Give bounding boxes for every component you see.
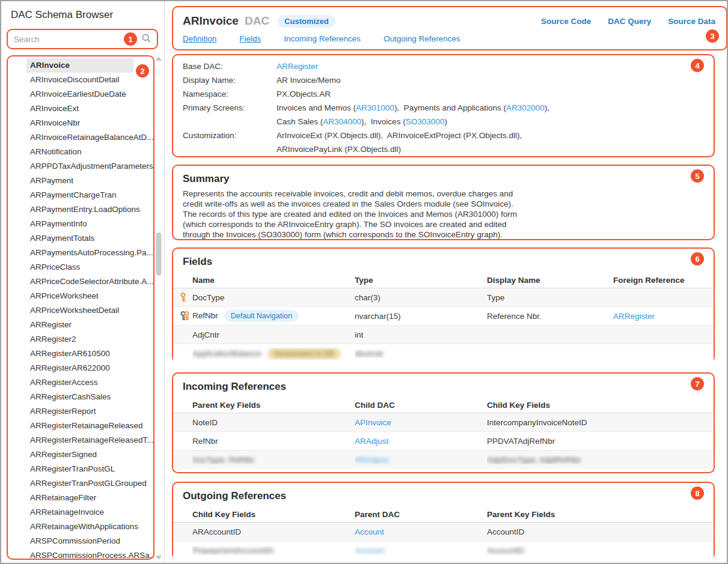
search-input[interactable] (14, 35, 124, 44)
sidebar-item-arinvoice[interactable]: ARInvoice (8, 58, 153, 73)
summary-text: Represents the accounts receivable invoi… (183, 189, 528, 240)
sidebar-item-arpriceworksheetdetail[interactable]: ARPriceWorksheetDetail (8, 303, 153, 318)
definition-rows: Base DAC:ARRegisterDisplay Name:AR Invoi… (173, 55, 714, 156)
cell-text: IntercompanyInvoiceNoteID (487, 418, 587, 427)
cell-text: nvarchar(15) (355, 312, 401, 321)
sidebar-item-label: ARInvoice (26, 58, 133, 73)
cell-text: PPDVATAdjRefNbr (487, 437, 555, 446)
cell-text: Type (487, 293, 504, 302)
header-link-source-data[interactable]: Source Data (668, 17, 715, 26)
link-ar301000[interactable]: AR301000 (356, 103, 394, 112)
definition-value: ArInvoiceExt (PX.Objects.dll), ARInvoice… (277, 129, 522, 156)
link-arregister[interactable]: ARRegister (277, 62, 318, 71)
search-icon[interactable] (141, 33, 151, 46)
sidebar-item-arinvoicediscountdetail[interactable]: ARInvoiceDiscountDetail (8, 73, 153, 87)
sidebar-item-arregisteraccess[interactable]: ARRegisterAccess (8, 375, 153, 390)
header-tabs: DefinitionFieldsIncoming ReferencesOutgo… (173, 34, 726, 43)
sidebar-item-arregister[interactable]: ARRegister (8, 318, 153, 332)
sidebar-item-arpricecodeselectorattribute-a[interactable]: ARPriceCodeSelectorAttribute.A... (8, 274, 153, 289)
sidebar-item-arpaymentchargetran[interactable]: ARPaymentChargeTran (8, 188, 153, 202)
table-cell: RefNbr (192, 437, 355, 446)
callout-2: 2 (136, 64, 149, 77)
table-cell: DocType, RefNbr (192, 455, 355, 464)
callout-8: 8 (691, 487, 704, 500)
sidebar-item-arretainagefilter[interactable]: ARRetainageFilter (8, 491, 153, 505)
link-aradjust[interactable]: ARAdjust (355, 455, 388, 464)
table-cell: PPDVATAdjRefNbr (487, 437, 714, 446)
sidebar-item-arregistertranpostgl[interactable]: ARRegisterTranPostGL (8, 462, 153, 476)
tab-incoming-references[interactable]: Incoming References (284, 34, 361, 43)
sidebar-item-arpaymenttotals[interactable]: ARPaymentTotals (8, 231, 153, 246)
sidebar-item-arpayment[interactable]: ARPayment (8, 174, 153, 188)
table-cell: ARAdjust (355, 455, 487, 464)
sidebar-item-arregisterar610500[interactable]: ARRegisterAR610500 (8, 347, 153, 361)
sidebar-item-arspcommissionperiod[interactable]: ARSPCommissionPeriod (8, 534, 153, 548)
definition-value-text: ), Invoices ( (361, 117, 406, 126)
sidebar-item-arppdtaxadjustmentparameters[interactable]: ARPPDTaxAdjustmentParameters (8, 159, 153, 174)
table-row: DocTypechar(3)Type (173, 288, 714, 307)
cell-text: PrepaymentAccountID (192, 546, 274, 555)
sidebar-item-arregistersigned[interactable]: ARRegisterSigned (8, 447, 153, 462)
cell-text: char(3) (355, 293, 381, 302)
sidebar-item-arregistertranpostglgrouped[interactable]: ARRegisterTranPostGLGrouped (8, 476, 153, 491)
link-account[interactable]: Account (355, 527, 384, 536)
table-cell: ARAccountID (192, 527, 355, 536)
scroll-down-arrow[interactable] (156, 556, 162, 560)
sidebar-item-arpriceclass[interactable]: ARPriceClass (8, 260, 153, 274)
definition-label: Customization: (183, 129, 277, 156)
sidebar-item-arpaymentinfo[interactable]: ARPaymentInfo (8, 217, 153, 231)
header-link-source-code[interactable]: Source Code (541, 17, 591, 26)
sidebar-item-arpriceworksheet[interactable]: ARPriceWorksheet (8, 289, 153, 303)
link-so303000[interactable]: SO303000 (406, 117, 445, 126)
link-apinvoice[interactable]: APInvoice (355, 418, 391, 427)
sidebar-item-label: ARSPCommissionPeriod (30, 534, 120, 548)
column-header-foreign-reference: Foreign Reference (613, 276, 714, 285)
sidebar-item-arretainagewithapplications[interactable]: ARRetainageWithApplications (8, 520, 153, 534)
table-cell: DocType (192, 293, 355, 302)
sidebar-item-arregistercashsales[interactable]: ARRegisterCashSales (8, 390, 153, 404)
link-arregister[interactable]: ARRegister (613, 312, 655, 321)
table-cell: decimal (355, 349, 487, 358)
tab-outgoing-references[interactable]: Outgoing References (384, 34, 460, 43)
column-header-name: Name (192, 276, 355, 285)
sidebar-item-arinvoiceretainagebalanceatd[interactable]: ARInvoiceRetainageBalanceAtD... (8, 130, 153, 145)
link-account[interactable]: Account (355, 546, 384, 555)
definition-value: AR Invoice/Memo (277, 73, 341, 87)
cell-text: AdjdDocType, AdjdRefNbr (487, 455, 581, 464)
table-cell: ApplicationBalanceNonexistent in DB (192, 348, 355, 360)
sidebar-item-arinvoicenbr[interactable]: ARInvoiceNbr (8, 116, 153, 130)
tab-definition[interactable]: Definition (183, 34, 216, 43)
sidebar-item-label: ARRegisterSigned (30, 447, 97, 462)
table-cell: IntercompanyInvoiceNoteID (487, 418, 714, 427)
scroll-up-arrow[interactable] (156, 56, 162, 61)
sidebar-scrollbar[interactable] (154, 54, 163, 562)
sidebar-item-arregister2[interactable]: ARRegister2 (8, 332, 153, 347)
sidebar-item-arregisterreport[interactable]: ARRegisterReport (8, 404, 153, 419)
sidebar-item-arpaymententry-loadoptions[interactable]: ARPaymentEntry.LoadOptions (8, 202, 153, 217)
sidebar-item-arpaymentsautoprocessing-pa[interactable]: ARPaymentsAutoProcessing.Pa... (8, 246, 153, 260)
sidebar: DAC Schema Browser 1 ARInvoiceARInvoiceD… (1, 1, 164, 563)
column-header-parent-dac: Parent DAC (355, 510, 487, 519)
sidebar-item-arinvoiceearliestduedate[interactable]: ARInvoiceEarliestDueDate (8, 87, 153, 102)
scrollbar-thumb[interactable] (156, 232, 162, 276)
section-incoming-references: Incoming References Parent Key FieldsChi… (172, 372, 715, 473)
tab-fields[interactable]: Fields (239, 34, 261, 43)
sidebar-item-arnotification[interactable]: ARNotification (8, 145, 153, 159)
sidebar-item-arspcommissionprocess-arsa[interactable]: ARSPCommissionProcess.ARSa... (8, 548, 153, 560)
sidebar-item-arregisterretainagereleased[interactable]: ARRegisterRetainageReleased (8, 419, 153, 433)
link-ar302000[interactable]: AR302000 (506, 103, 545, 112)
sidebar-item-arinvoiceext[interactable]: ARInvoiceExt (8, 102, 153, 116)
sidebar-item-arregisterar622000[interactable]: ARRegisterAR622000 (8, 361, 153, 375)
link-aradjust[interactable]: ARAdjust (355, 437, 388, 446)
definition-row: Display Name:AR Invoice/Memo (183, 73, 704, 87)
table-cell: RefNbrDefault Navigation (192, 310, 355, 322)
header-link-dac-query[interactable]: DAC Query (608, 17, 651, 26)
definition-value-text: Invoices and Memos ( (277, 103, 356, 112)
section-header: ARInvoice DAC Customized Source CodeDAC … (172, 6, 727, 50)
sidebar-item-label: ARRegisterTranPostGLGrouped (30, 476, 147, 491)
sidebar-item-arretainageinvoice[interactable]: ARRetainageInvoice (8, 505, 153, 520)
link-ar304000[interactable]: AR304000 (323, 117, 361, 126)
sidebar-item-label: ARRegisterAR610500 (30, 347, 110, 361)
sidebar-item-arregisterretainagereleasedt[interactable]: ARRegisterRetainageReleasedT... (8, 433, 153, 447)
cell-text: AccountID (487, 527, 524, 536)
